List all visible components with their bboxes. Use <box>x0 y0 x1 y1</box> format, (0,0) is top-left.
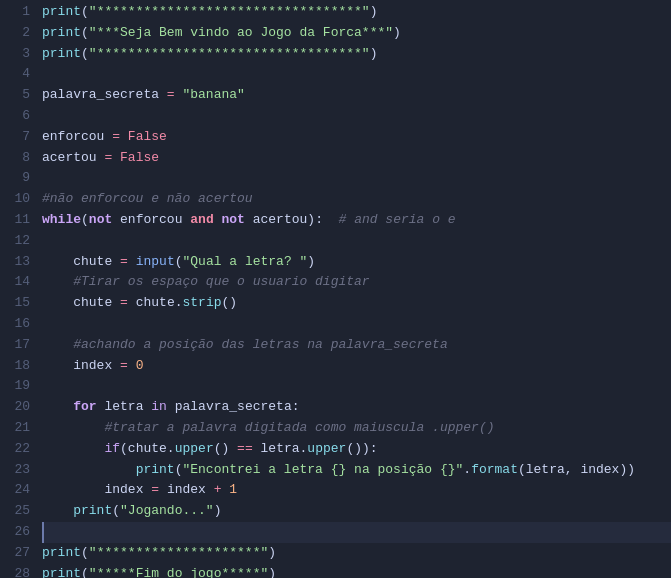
code-line: for letra in palavra_secreta: <box>42 397 671 418</box>
code-line: chute = input("Qual a letra? ") <box>42 252 671 273</box>
code-line <box>42 376 671 397</box>
code-line: print("Jogando...") <box>42 501 671 522</box>
code-line <box>42 314 671 335</box>
code-line: print("*****Fim do jogo*****") <box>42 564 671 578</box>
code-line: while(not enforcou and not acertou): # a… <box>42 210 671 231</box>
code-line: palavra_secreta = "banana" <box>42 85 671 106</box>
code-line <box>42 64 671 85</box>
code-line: print("*********************************… <box>42 44 671 65</box>
code-line: print("Encontrei a letra {} na posição {… <box>42 460 671 481</box>
code-line: if(chute.upper() == letra.upper()): <box>42 439 671 460</box>
code-line <box>42 168 671 189</box>
code-line: #achando a posição das letras na palavra… <box>42 335 671 356</box>
code-content: print("*********************************… <box>38 0 671 578</box>
code-line: enforcou = False <box>42 127 671 148</box>
code-line: index = index + 1 <box>42 480 671 501</box>
code-editor: 1 2 3 4 5 6 7 8 9 10 11 12 13 14 15 16 1… <box>0 0 671 578</box>
line-numbers: 1 2 3 4 5 6 7 8 9 10 11 12 13 14 15 16 1… <box>0 0 38 578</box>
code-line <box>42 231 671 252</box>
code-line: print("*********************") <box>42 543 671 564</box>
code-line: acertou = False <box>42 148 671 169</box>
code-line <box>42 106 671 127</box>
code-line: chute = chute.strip() <box>42 293 671 314</box>
code-line-active <box>42 522 671 543</box>
code-line: #Tirar os espaço que o usuario digitar <box>42 272 671 293</box>
code-line: #não enforcou e não acertou <box>42 189 671 210</box>
code-line: print("***Seja Bem vindo ao Jogo da Forc… <box>42 23 671 44</box>
code-line: index = 0 <box>42 356 671 377</box>
code-line: #tratar a palavra digitada como maiuscul… <box>42 418 671 439</box>
code-line: print("*********************************… <box>42 2 671 23</box>
